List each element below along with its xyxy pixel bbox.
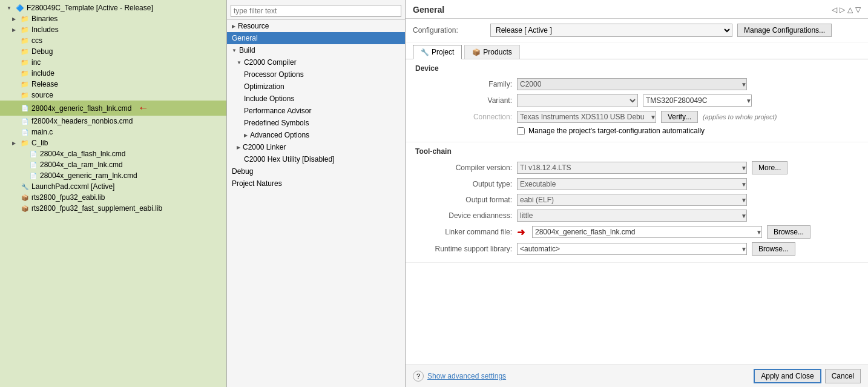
output-type-input — [517, 178, 747, 190]
device-endianness-dropdown-arrow: ▼ — [741, 213, 747, 219]
tree-item-rts2800[interactable]: 📦 rts2800_fpu32_eabi.lib — [0, 192, 226, 203]
output-type-row: Output type: ▼ — [415, 176, 858, 192]
family-input — [517, 78, 747, 90]
red-arrow-annotation-left: ← — [137, 102, 148, 114]
tree-item-release[interactable]: 📁 Release — [0, 79, 226, 90]
tree-item-28004x-generic-flash-lnk[interactable]: 📄 28004x_generic_flash_lnk.cmd ← — [0, 101, 226, 116]
spacer-headers — [10, 117, 18, 125]
connection-row: Connection: ▼ Verify... (applies to whol… — [415, 109, 858, 125]
settings-item-c2000hex[interactable]: C2000 Hex Utility [Disabled] — [227, 153, 405, 165]
settings-label-general: General — [232, 34, 258, 42]
linker-cmd-row: Linker command file: ➜ ▼ Browse... — [415, 223, 858, 240]
tree-label-source: source — [31, 91, 53, 99]
folder-icon-release: 📁 — [21, 80, 29, 88]
compiler-version-row: Compiler version: ▼ More... — [415, 159, 858, 176]
variant-value-input[interactable] — [643, 94, 752, 107]
expand-arrow-c2000compiler: ▼ — [237, 60, 242, 65]
settings-item-c2000linker[interactable]: ▶ C2000 Linker — [227, 141, 405, 153]
runtime-library-row: Runtime support library: ▼ Browse... — [415, 240, 858, 257]
tree-item-ccs[interactable]: 📁 ccs — [0, 35, 226, 46]
settings-item-predefined-symbols[interactable]: Predefined Symbols — [227, 117, 405, 129]
folder-icon-ccs: 📁 — [21, 36, 29, 45]
settings-item-build[interactable]: ▼ Build — [227, 44, 405, 56]
nav-forward-icon[interactable]: ▷ — [840, 5, 845, 14]
tree-label-release: Release — [31, 80, 58, 88]
verify-button[interactable]: Verify... — [661, 111, 698, 123]
cancel-button[interactable]: Cancel — [825, 369, 861, 383]
nav-down-icon[interactable]: ▽ — [855, 5, 861, 14]
settings-label-debug: Debug — [232, 167, 253, 176]
tree-label-generic-ram: 28004x_generic_ram_lnk.cmd — [40, 171, 137, 180]
runtime-library-input[interactable] — [517, 243, 747, 255]
settings-item-project-natures[interactable]: Project Natures — [227, 177, 405, 190]
expand-arrow-includes: ▶ — [10, 25, 18, 34]
show-advanced-settings-link[interactable]: Show advanced settings — [427, 372, 506, 380]
bottom-buttons: Apply and Close Cancel — [754, 369, 861, 383]
tree-label-rts2800-fast: rts2800_fpu32_fast_supplement_eabi.lib — [31, 204, 162, 213]
tree-label-c-lib: C_lib — [31, 139, 48, 147]
apply-and-close-button[interactable]: Apply and Close — [754, 369, 821, 383]
manage-configurations-button[interactable]: Manage Configurations... — [737, 24, 832, 37]
folder-icon-debug: 📁 — [21, 47, 29, 56]
tree-label-inc: inc — [31, 58, 41, 67]
tree-item-cla-flash[interactable]: 📄 28004x_cla_flash_lnk.cmd — [0, 148, 226, 159]
linker-cmd-browse-button[interactable]: Browse... — [767, 225, 810, 239]
spacer-inc — [10, 58, 18, 67]
folder-icon-inc: 📁 — [21, 58, 29, 67]
settings-label-predefined-symbols: Predefined Symbols — [244, 119, 309, 127]
tree-label-main-c: main.c — [31, 128, 53, 136]
settings-item-resource[interactable]: ▶ Resource — [227, 20, 405, 32]
settings-item-performance-advisor[interactable]: Performance Advisor — [227, 105, 405, 117]
linker-cmd-input[interactable] — [532, 226, 762, 238]
settings-item-debug[interactable]: Debug — [227, 165, 405, 177]
header-icons: ◁ ▷ △ ▽ — [832, 5, 861, 14]
output-type-dropdown-arrow: ▼ — [741, 181, 747, 188]
settings-item-advanced-options[interactable]: ▶ Advanced Options — [227, 129, 405, 141]
settings-item-general[interactable]: General — [227, 32, 405, 44]
nav-up-icon[interactable]: △ — [847, 5, 853, 14]
tree-item-inc[interactable]: 📁 inc — [0, 57, 226, 68]
configuration-select[interactable]: Release [ Active ] — [490, 24, 732, 37]
connection-input — [517, 111, 656, 123]
settings-item-c2000compiler[interactable]: ▼ C2000 Compiler — [227, 56, 405, 68]
tree-item-rts2800-fast[interactable]: 📦 rts2800_fpu32_fast_supplement_eabi.lib — [0, 203, 226, 214]
spacer-flash — [10, 104, 18, 113]
bottom-bar: ? Show advanced settings Apply and Close… — [406, 365, 868, 387]
help-icon[interactable]: ? — [413, 371, 424, 382]
tree-item-launchpad[interactable]: 🔧 LaunchPad.ccxml [Active] — [0, 181, 226, 192]
tree-item-debug[interactable]: 📁 Debug — [0, 46, 226, 57]
runtime-library-browse-button[interactable]: Browse... — [752, 242, 795, 256]
tree-item-cla-ram[interactable]: 📄 28004x_cla_ram_lnk.cmd — [0, 159, 226, 170]
variant-select[interactable] — [517, 94, 638, 107]
expand-arrow-resource: ▶ — [232, 24, 235, 29]
project-root[interactable]: ▼ 🔷 F280049C_Template [Active - Release] — [0, 2, 226, 13]
tree-item-source[interactable]: 📁 source — [0, 90, 226, 101]
settings-item-optimization[interactable]: Optimization — [227, 81, 405, 93]
folder-icon-c-lib: 📁 — [21, 139, 29, 147]
manage-config-checkbox[interactable] — [517, 127, 525, 135]
tree-item-include[interactable]: 📁 include — [0, 68, 226, 79]
expand-arrow-build: ▼ — [232, 48, 237, 53]
settings-item-processor-options[interactable]: Processor Options — [227, 68, 405, 81]
configuration-row: Configuration: Release [ Active ] Manage… — [406, 19, 868, 42]
device-endianness-input — [517, 210, 747, 222]
output-type-label: Output type: — [415, 180, 512, 188]
applies-to-text: (applies to whole project) — [703, 113, 777, 121]
settings-label-advanced-options: Advanced Options — [250, 131, 309, 139]
tree-item-c-lib[interactable]: ▶ 📁 C_lib — [0, 137, 226, 148]
settings-item-include-options[interactable]: Include Options — [227, 93, 405, 105]
lib-icon-rts2800-fast: 📦 — [21, 204, 29, 213]
nav-back-icon[interactable]: ◁ — [832, 5, 837, 14]
tab-products[interactable]: 📦 Products — [464, 45, 519, 59]
bottom-left: ? Show advanced settings — [413, 371, 506, 382]
tree-item-main-c[interactable]: 📄 main.c — [0, 127, 226, 137]
more-button[interactable]: More... — [752, 161, 787, 174]
tree-item-binaries[interactable]: ▶ 📁 Binaries — [0, 13, 226, 24]
tree-item-generic-ram[interactable]: 📄 28004x_generic_ram_lnk.cmd — [0, 170, 226, 181]
settings-label-c2000linker: C2000 Linker — [243, 143, 286, 151]
tree-item-includes[interactable]: ▶ 📁 Includes — [0, 24, 226, 35]
filter-input[interactable] — [231, 5, 401, 17]
settings-label-resource: Resource — [238, 22, 269, 30]
tab-project[interactable]: 🔧 Project — [413, 45, 462, 59]
tree-item-f28004x-headers[interactable]: 📄 f28004x_headers_nonbios.cmd — [0, 116, 226, 127]
